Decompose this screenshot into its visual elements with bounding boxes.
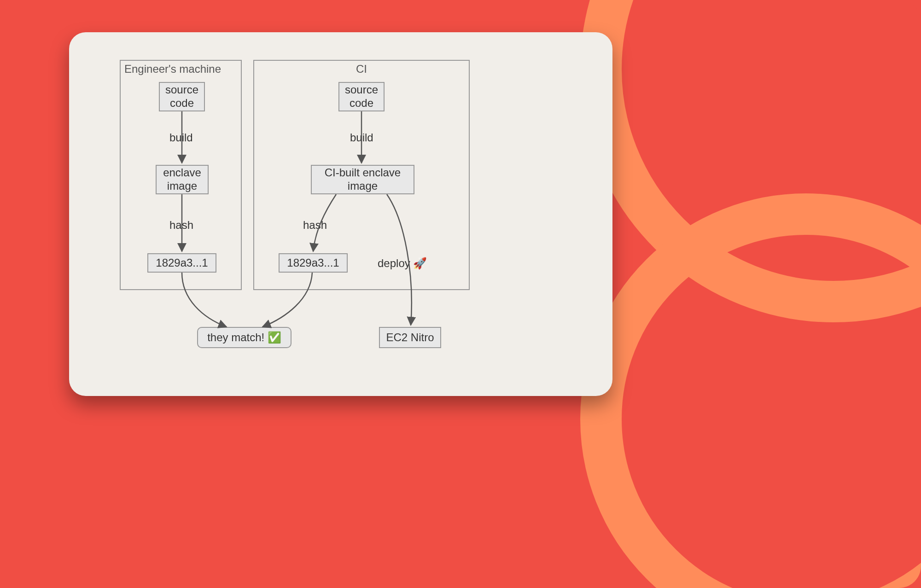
diagram-card: Engineer's machine CI source code enclav… (69, 32, 612, 396)
edge-label-ci-deploy: deploy 🚀 (378, 257, 427, 270)
edge-label-ci-hash: hash (303, 219, 327, 232)
flow-diagram: Engineer's machine CI source code enclav… (120, 60, 562, 378)
node-eng-source: source code (159, 82, 205, 111)
node-ec2-nitro: EC2 Nitro (379, 327, 441, 348)
cluster-engineer-label: Engineer's machine (124, 63, 221, 76)
backdrop: Engineer's machine CI source code enclav… (0, 0, 921, 588)
node-ci-source: source code (338, 82, 385, 111)
edge-label-ci-build: build (350, 131, 373, 144)
edge-label-eng-hash: hash (169, 219, 193, 232)
decorative-arc (580, 193, 921, 588)
node-they-match: they match! ✅ (197, 327, 291, 348)
node-ci-enclave: CI-built enclave image (311, 165, 414, 194)
node-eng-hash: 1829a3...1 (147, 253, 216, 273)
node-ci-hash: 1829a3...1 (279, 253, 348, 273)
cluster-ci-label: CI (356, 63, 367, 76)
edge-label-eng-build: build (169, 131, 193, 144)
node-eng-enclave: enclave image (156, 165, 209, 194)
